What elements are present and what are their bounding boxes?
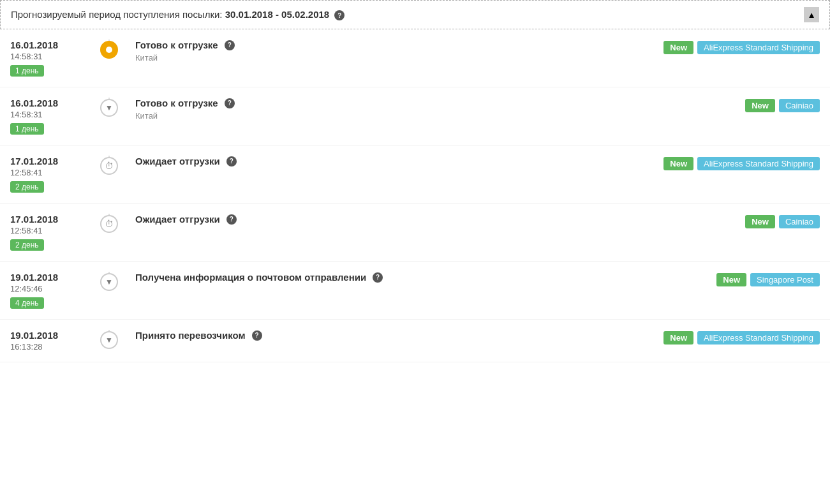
event-date: 17.01.2018 xyxy=(10,156,93,167)
carrier-badge: Cainiao xyxy=(779,99,820,112)
icon-col: ⏱ xyxy=(93,156,125,175)
chevron-down-icon: ▼ xyxy=(100,331,118,349)
event-time: 12:58:41 xyxy=(10,226,93,235)
event-date: 16.01.2018 xyxy=(10,98,93,108)
event-title: Готово к отгрузке? xyxy=(135,40,663,50)
date-col: 16.01.201814:58:311 день xyxy=(10,98,93,135)
badges-col: NewAliExpress Standard Shipping xyxy=(663,330,820,345)
event-title-text: Ожидает отгрузки xyxy=(135,156,220,167)
day-badge: 2 день xyxy=(10,239,44,251)
timeline-container: 16.01.201814:58:311 деньГотово к отгрузк… xyxy=(0,29,830,362)
content-col: Ожидает отгрузки? xyxy=(125,214,745,225)
event-title: Ожидает отгрузки? xyxy=(135,156,663,167)
icon-col: ▼ xyxy=(93,98,125,117)
clock-icon: ⏱ xyxy=(100,215,118,233)
header-bar: Прогнозируемый период поступления посылк… xyxy=(0,0,830,29)
event-title-text: Ожидает отгрузки xyxy=(135,214,220,225)
icon-col: ⏱ xyxy=(93,214,125,233)
icon-col xyxy=(93,40,125,59)
header-label: Прогнозируемый период поступления посылк… xyxy=(11,9,223,20)
event-date: 17.01.2018 xyxy=(10,214,93,225)
carrier-badge: AliExpress Standard Shipping xyxy=(697,331,820,345)
event-title: Ожидает отгрузки? xyxy=(135,214,745,225)
badges-col: NewCainiao xyxy=(745,98,820,112)
chevron-symbol: ▼ xyxy=(105,103,113,112)
event-help-icon[interactable]: ? xyxy=(373,272,383,283)
event-title-text: Принято перевозчиком xyxy=(135,330,246,341)
header-text: Прогнозируемый период поступления посылк… xyxy=(11,9,345,21)
new-badge: New xyxy=(663,157,693,170)
event-title-text: Готово к отгрузке xyxy=(135,98,218,108)
date-col: 16.01.201814:58:311 день xyxy=(10,40,93,77)
day-badge: 1 день xyxy=(10,65,44,77)
event-date: 19.01.2018 xyxy=(10,272,93,283)
chevron-down-icon: ▼ xyxy=(100,99,118,117)
event-date: 16.01.2018 xyxy=(10,40,93,50)
orange-dot-icon xyxy=(100,41,118,59)
new-badge: New xyxy=(745,99,775,112)
event-help-icon[interactable]: ? xyxy=(226,156,237,167)
icon-col: ▼ xyxy=(93,330,125,349)
carrier-badge: AliExpress Standard Shipping xyxy=(697,41,820,54)
date-col: 19.01.201812:45:464 день xyxy=(10,272,93,309)
new-badge: New xyxy=(663,41,693,54)
chevron-symbol: ▼ xyxy=(105,336,113,345)
badges-col: NewAliExpress Standard Shipping xyxy=(663,156,820,170)
icon-col: ▼ xyxy=(93,272,125,291)
event-help-icon[interactable]: ? xyxy=(226,214,237,225)
date-col: 19.01.201816:13:28 xyxy=(10,330,93,352)
event-location: Китай xyxy=(135,111,745,121)
scroll-up-button[interactable]: ▲ xyxy=(804,7,819,22)
event-time: 14:58:31 xyxy=(10,52,93,61)
header-help-icon[interactable]: ? xyxy=(334,10,345,20)
carrier-badge: Singapore Post xyxy=(750,273,820,286)
content-col: Получена информация о почтовом отправлен… xyxy=(125,272,716,283)
day-badge: 4 день xyxy=(10,297,44,309)
new-badge: New xyxy=(716,273,746,286)
content-col: Готово к отгрузке?Китай xyxy=(125,98,745,121)
chevron-symbol: ▼ xyxy=(105,278,113,286)
event-time: 14:58:31 xyxy=(10,110,93,119)
day-badge: 1 день xyxy=(10,123,44,135)
timeline-item: 17.01.201812:58:412 день⏱Ожидает отгрузк… xyxy=(0,204,830,262)
timeline-item: 16.01.201814:58:311 день▼Готово к отгруз… xyxy=(0,87,830,145)
event-location: Китай xyxy=(135,53,663,63)
badges-col: NewSingapore Post xyxy=(716,272,820,286)
event-help-icon[interactable]: ? xyxy=(225,40,235,50)
date-col: 17.01.201812:58:412 день xyxy=(10,156,93,193)
clock-symbol: ⏱ xyxy=(105,219,114,229)
content-col: Готово к отгрузке?Китай xyxy=(125,40,663,63)
new-badge: New xyxy=(745,215,775,228)
event-title: Готово к отгрузке? xyxy=(135,98,745,108)
clock-icon: ⏱ xyxy=(100,157,118,175)
event-title-text: Получена информация о почтовом отправлен… xyxy=(135,272,366,283)
event-title-text: Готово к отгрузке xyxy=(135,40,218,50)
event-time: 12:58:41 xyxy=(10,168,93,177)
carrier-badge: AliExpress Standard Shipping xyxy=(697,157,820,170)
day-badge: 2 день xyxy=(10,181,44,193)
event-title: Получена информация о почтовом отправлен… xyxy=(135,272,716,283)
content-col: Принято перевозчиком? xyxy=(125,330,663,341)
timeline-item: 19.01.201816:13:28▼Принято перевозчиком?… xyxy=(0,320,830,362)
event-time: 16:13:28 xyxy=(10,342,93,352)
timeline-item: 16.01.201814:58:311 деньГотово к отгрузк… xyxy=(0,29,830,87)
event-help-icon[interactable]: ? xyxy=(225,98,235,108)
badges-col: NewCainiao xyxy=(745,214,820,228)
event-time: 12:45:46 xyxy=(10,284,93,293)
carrier-badge: Cainiao xyxy=(779,215,820,228)
clock-symbol: ⏱ xyxy=(105,161,114,171)
badges-col: NewAliExpress Standard Shipping xyxy=(663,40,820,54)
date-col: 17.01.201812:58:412 день xyxy=(10,214,93,251)
event-help-icon[interactable]: ? xyxy=(252,330,262,341)
timeline-item: 19.01.201812:45:464 день▼Получена информ… xyxy=(0,262,830,320)
timeline-item: 17.01.201812:58:412 день⏱Ожидает отгрузк… xyxy=(0,145,830,204)
event-title: Принято перевозчиком? xyxy=(135,330,663,341)
content-col: Ожидает отгрузки? xyxy=(125,156,663,167)
chevron-down-icon: ▼ xyxy=(100,273,118,291)
scroll-up-icon: ▲ xyxy=(807,10,815,20)
new-badge: New xyxy=(663,331,693,345)
header-date-range: 30.01.2018 - 05.02.2018 xyxy=(225,9,329,20)
event-date: 19.01.2018 xyxy=(10,330,93,341)
